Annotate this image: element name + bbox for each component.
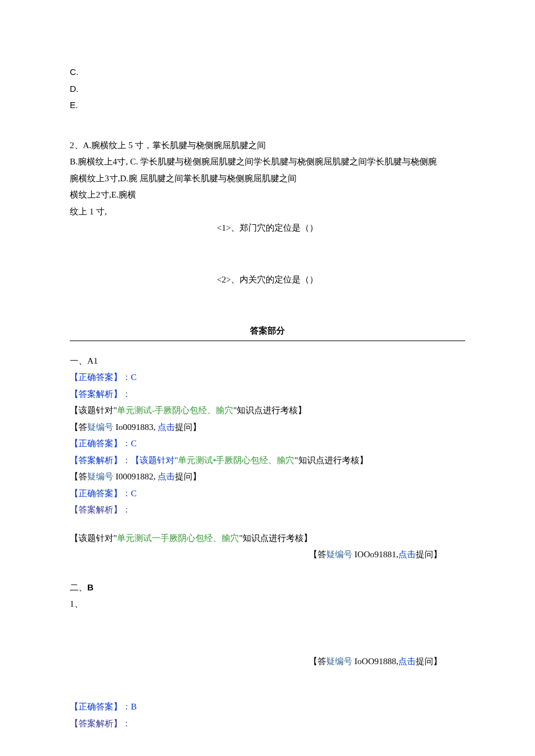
correct-answer-1: 【正确答案】：C xyxy=(70,369,465,386)
dayi1-teal: 疑编号 xyxy=(87,422,113,432)
dayi3-suffix: 提问】 xyxy=(416,550,442,559)
test1-green: 单元测试-手厥阴心包经、腧穴 xyxy=(117,406,233,415)
dayi-link-3[interactable]: 【答疑编号 IOOo91881,点击提问】 xyxy=(70,546,465,563)
answer-section-header: 答案部分 xyxy=(70,323,465,341)
test-point-1: 【该题针对"单元测试-手厥阴心包经、腧穴"知识点进行考核】 xyxy=(70,402,465,419)
dayi3-mid: IOOo91881, xyxy=(352,550,398,559)
dayi4-prefix: 【答 xyxy=(309,657,326,666)
test-point-3: 【该题针对"单元测试一手厥阴心包经、腧穴"知识点进行考核】 xyxy=(70,530,465,547)
test3-suffix: "知识点进行考核】 xyxy=(239,533,312,543)
test1-suffix: "知识点进行考核】 xyxy=(233,406,306,415)
dayi2-prefix: 【答 xyxy=(70,472,87,481)
dayi3-teal: 疑编号 xyxy=(326,550,352,559)
correct-answer-2: 【正确答案】：C xyxy=(70,435,465,452)
dayi1-blue: 点击 xyxy=(158,422,175,432)
dayi4-teal: 疑编号 xyxy=(326,657,352,666)
dayi4-mid: IoOO91888, xyxy=(352,657,398,666)
option-c: C. xyxy=(70,64,465,81)
correct-answer-3: 【正确答案】：C xyxy=(70,485,465,502)
dayi3-blue: 点击 xyxy=(398,550,416,559)
analysis-label-3: 【答案解析】： xyxy=(70,501,465,518)
q2-line3: 腕横纹上3寸,D.腕 屈肌腱之间掌长肌腱与桡侧腕屈肌腱之间 xyxy=(70,170,465,187)
dayi-link-4[interactable]: 【答疑编号 IoOO91888,点击提问】 xyxy=(70,653,465,670)
option-d: D. xyxy=(70,81,465,98)
test3-green: 单元测试一手厥阴心包经、腧穴 xyxy=(117,533,239,543)
section2-title-prefix: 二、 xyxy=(70,583,87,592)
q2-line2: B.腕横纹上4寸, C. 学长肌腱与槎侧腕屈肌腱之间学长肌腱与桡侧腕屈肌腱之间学… xyxy=(70,153,465,170)
dayi1-suffix: 提问】 xyxy=(175,422,201,432)
q2-line1: 2、A.腕横纹上 5 寸，掌长肌腱与桡侧腕屈肌腱之间 xyxy=(70,137,465,154)
test3-prefix: 【该题针对" xyxy=(70,533,117,543)
analysis2-suffix: "知识点进行考核】 xyxy=(294,456,368,465)
dayi2-teal: 疑编号 xyxy=(87,472,113,481)
q2-sub2: <2>、内关穴的定位是（） xyxy=(70,271,465,288)
section2-num1: 1、 xyxy=(70,596,465,612)
analysis2-green: 单元测试•手厥阴心包经、腧穴 xyxy=(178,456,294,465)
q2-sub1: <1>、郑门穴的定位是（） xyxy=(70,220,465,237)
section2-title: 二、B xyxy=(70,579,465,596)
dayi4-blue: 点击 xyxy=(398,657,416,666)
section2-analysis-label: 【答案解析】： xyxy=(70,715,465,732)
dayi3-prefix: 【答 xyxy=(309,550,326,559)
dayi1-mid: Io0091883, xyxy=(113,422,158,432)
test1-prefix: 【该题针对" xyxy=(70,406,117,415)
section1-title: 一、A1 xyxy=(70,353,465,370)
q2-line4: 横纹上2寸,E.腕横 xyxy=(70,187,465,203)
dayi-link-1[interactable]: 【答疑编号 Io0091883, 点击提问】 xyxy=(70,419,465,436)
dayi1-prefix: 【答 xyxy=(70,422,87,432)
analysis-2: 【答案解析】：【该题针对"单元测试•手厥阴心包经、腧穴"知识点进行考核】 xyxy=(70,452,465,469)
q2-line5: 纹上 1 寸, xyxy=(70,203,465,220)
dayi2-blue: 点击 xyxy=(158,472,175,481)
dayi-link-2[interactable]: 【答疑编号 I00091882, 点击提问】 xyxy=(70,468,465,485)
section2-title-letter: B xyxy=(87,582,94,592)
section2-correct: 【正确答案】：B xyxy=(70,698,465,715)
option-e: E. xyxy=(70,97,465,114)
analysis2-label: 【答案解析】：【该题针对" xyxy=(70,456,178,465)
dayi2-suffix: 提问】 xyxy=(175,472,201,481)
dayi2-mid: I00091882, xyxy=(113,472,158,481)
analysis-label-1: 【答案解析】： xyxy=(70,386,465,403)
dayi4-suffix: 提问】 xyxy=(416,657,442,666)
